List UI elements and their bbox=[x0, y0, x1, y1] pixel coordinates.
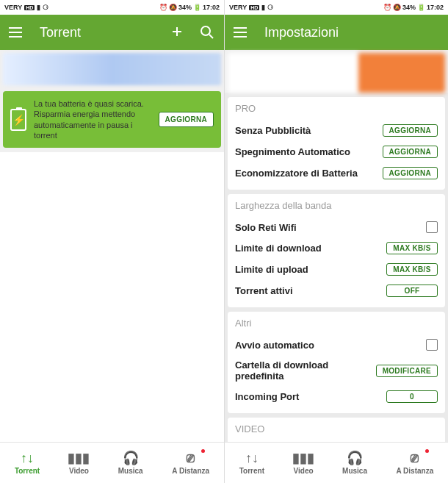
row-no-ads: Senza Pubblicità AGGIORNA bbox=[235, 120, 438, 141]
bottom-nav: ↑↓ Torrent ▮▮▮ Video 🎧 Musica ⎚ A Distan… bbox=[0, 442, 224, 483]
app-title: Impostazioni bbox=[264, 25, 339, 40]
hd-badge: HD bbox=[24, 5, 35, 10]
clock: 17:02 bbox=[427, 4, 444, 11]
menu-icon[interactable] bbox=[9, 24, 25, 40]
section-other: Altri Avvio automatico Cartella di downl… bbox=[228, 312, 445, 413]
section-header: PRO bbox=[235, 103, 438, 114]
menu-icon[interactable] bbox=[234, 24, 250, 40]
hd-badge: HD bbox=[249, 5, 259, 10]
nav-torrent[interactable]: ↑↓ Torrent bbox=[15, 451, 40, 475]
battery-upgrade-button[interactable]: AGGIORNA bbox=[159, 112, 214, 127]
battery-icon: 🔋 bbox=[193, 4, 201, 11]
section-bandwidth: Larghezza della banda Solo Reti Wifi Lim… bbox=[228, 194, 445, 307]
signal-icon: ▮ bbox=[37, 4, 40, 11]
limit-button[interactable]: MAX KB/S bbox=[386, 242, 438, 254]
ad-banner[interactable] bbox=[3, 53, 221, 85]
battery-msg: La tua batteria è quasi scarica. Risparm… bbox=[34, 99, 151, 140]
empty-torrent-list bbox=[0, 152, 224, 442]
music-icon: 🎧 bbox=[347, 451, 362, 465]
edit-button[interactable]: MODIFICARE bbox=[376, 365, 438, 377]
checkbox[interactable] bbox=[426, 221, 438, 233]
notification-dot bbox=[425, 449, 429, 453]
wifi-icon: ⚆ bbox=[43, 4, 48, 11]
upgrade-button[interactable]: AGGIORNA bbox=[383, 167, 438, 179]
checkbox[interactable] bbox=[426, 339, 438, 351]
section-header: VIDEO bbox=[235, 423, 438, 434]
row-download-folder[interactable]: Cartella di download predefinita MODIFIC… bbox=[235, 355, 438, 386]
section-header: Altri bbox=[235, 318, 438, 329]
active-button[interactable]: OFF bbox=[386, 285, 438, 297]
mute-icon: 🔕 bbox=[393, 4, 401, 11]
carrier-label: VERY bbox=[229, 4, 247, 11]
bottom-nav: ↑↓ Torrent ▮▮▮ Video 🎧 Musica ⎚ A Distan… bbox=[225, 442, 448, 483]
video-icon: ▮▮▮ bbox=[296, 451, 311, 465]
row-upload-limit[interactable]: Limite di upload MAX KB/S bbox=[235, 259, 438, 280]
row-auto-shutdown: Spegnimento Automatico AGGIORNA bbox=[235, 141, 438, 162]
search-icon[interactable] bbox=[199, 24, 215, 40]
app-bar: Torrent bbox=[0, 15, 224, 50]
ad-banner[interactable] bbox=[228, 53, 445, 93]
wifi-icon: ⚆ bbox=[267, 4, 273, 11]
section-video: VIDEO Riproduci video mentre sei in back… bbox=[228, 418, 445, 442]
status-bar: VERY HD ▮ ⚆ ⏰ 🔕 34% 🔋 17:02 bbox=[0, 0, 224, 15]
screen-settings: VERY HD ▮ ⚆ ⏰ 🔕 34% 🔋 17:02 Impostazioni… bbox=[224, 0, 448, 483]
nav-musica[interactable]: 🎧 Musica bbox=[342, 451, 367, 475]
row-active-torrents[interactable]: Torrent attivi OFF bbox=[235, 280, 438, 301]
clock: 17:02 bbox=[203, 4, 220, 11]
section-pro: PRO Senza Pubblicità AGGIORNA Spegniment… bbox=[228, 97, 445, 190]
remote-icon: ⎚ bbox=[184, 451, 198, 465]
settings-list[interactable]: PRO Senza Pubblicità AGGIORNA Spegniment… bbox=[225, 93, 448, 442]
alarm-icon: ⏰ bbox=[383, 4, 391, 11]
signal-icon: ▮ bbox=[261, 4, 265, 11]
nav-distanza[interactable]: ⎚ A Distanza bbox=[172, 451, 209, 475]
limit-button[interactable]: MAX KB/S bbox=[386, 263, 438, 276]
svg-point-0 bbox=[201, 26, 210, 35]
screen-torrent: VERY HD ▮ ⚆ ⏰ 🔕 34% 🔋 17:02 Torrent bbox=[0, 0, 224, 483]
nav-video[interactable]: ▮▮▮ Video bbox=[69, 451, 89, 475]
row-auto-start[interactable]: Avvio automatico bbox=[235, 334, 438, 355]
row-wifi-only[interactable]: Solo Reti Wifi bbox=[235, 217, 438, 237]
app-bar: Impostazioni bbox=[225, 15, 448, 50]
battery-pct: 34% bbox=[178, 4, 192, 11]
carrier-label: VERY bbox=[4, 4, 22, 11]
nav-torrent[interactable]: ↑↓ Torrent bbox=[239, 451, 264, 475]
add-icon[interactable] bbox=[170, 24, 186, 40]
status-bar: VERY HD ▮ ⚆ ⏰ 🔕 34% 🔋 17:02 bbox=[225, 0, 448, 15]
mute-icon: 🔕 bbox=[169, 4, 177, 11]
battery-low-icon: ⚡ bbox=[10, 109, 26, 131]
row-download-limit[interactable]: Limite di download MAX KB/S bbox=[235, 237, 438, 259]
nav-musica[interactable]: 🎧 Musica bbox=[118, 451, 143, 475]
nav-video[interactable]: ▮▮▮ Video bbox=[294, 451, 314, 475]
battery-banner: ⚡ La tua batteria è quasi scarica. Rispa… bbox=[3, 91, 221, 148]
torrent-icon: ↑↓ bbox=[20, 451, 35, 465]
row-battery-saver: Economizzatore di Batteria AGGIORNA bbox=[235, 162, 438, 184]
upgrade-button[interactable]: AGGIORNA bbox=[383, 146, 438, 158]
nav-distanza[interactable]: ⎚ A Distanza bbox=[396, 451, 433, 475]
upgrade-button[interactable]: AGGIORNA bbox=[383, 124, 438, 137]
row-incoming-port[interactable]: Incoming Port 0 bbox=[235, 386, 438, 407]
torrent-icon: ↑↓ bbox=[245, 451, 259, 465]
video-icon: ▮▮▮ bbox=[71, 451, 86, 465]
music-icon: 🎧 bbox=[123, 451, 138, 465]
app-title: Torrent bbox=[40, 25, 81, 40]
section-header: Larghezza della banda bbox=[235, 200, 438, 211]
notification-dot bbox=[201, 449, 205, 453]
alarm-icon: ⏰ bbox=[159, 4, 167, 11]
port-button[interactable]: 0 bbox=[386, 390, 438, 403]
remote-icon: ⎚ bbox=[408, 451, 422, 465]
battery-pct: 34% bbox=[402, 4, 416, 11]
battery-icon: 🔋 bbox=[417, 4, 425, 11]
